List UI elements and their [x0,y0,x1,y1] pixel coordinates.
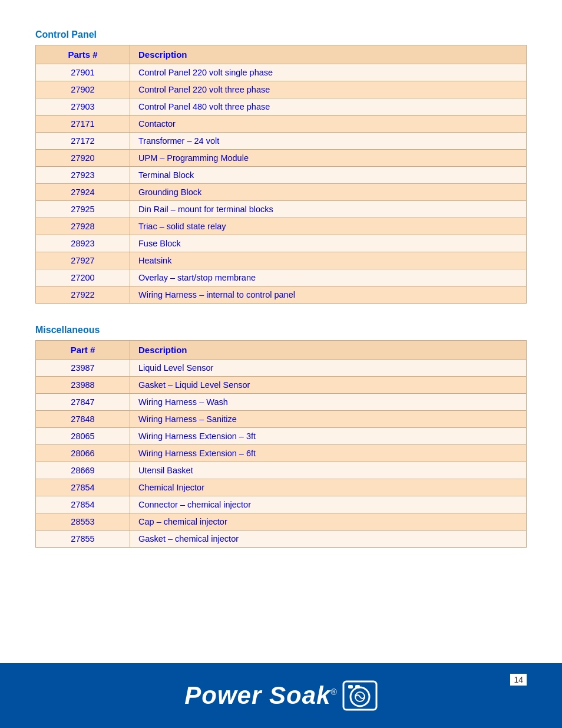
table-row: 27847Wiring Harness – Wash [36,394,527,411]
part-number: 27847 [36,394,130,411]
part-number: 27923 [36,167,130,184]
part-number: 27854 [36,479,130,496]
description: Gasket – Liquid Level Sensor [130,377,527,394]
misc-col-part: Part # [36,341,130,360]
part-number: 23987 [36,360,130,377]
table-row: 23988Gasket – Liquid Level Sensor [36,377,527,394]
description: Triac – solid state relay [130,218,527,235]
table-row: 27925Din Rail – mount for terminal block… [36,201,527,218]
table-row: 27171Contactor [36,116,527,133]
control-panel-table: Parts # Description 27901Control Panel 2… [35,45,527,304]
miscellaneous-section-title: Miscellaneous [35,325,527,335]
description: Heatsink [130,252,527,269]
description: Liquid Level Sensor [130,360,527,377]
description: Control Panel 220 volt three phase [130,81,527,98]
miscellaneous-table: Part # Description 23987Liquid Level Sen… [35,340,527,548]
table-row: 27854Chemical Injector [36,479,527,496]
part-number: 27200 [36,269,130,286]
part-number: 27925 [36,201,130,218]
part-number: 27848 [36,411,130,428]
description: Fuse Block [130,235,527,252]
description: Wiring Harness – internal to control pan… [130,286,527,304]
logo-text: Power Soak® [184,681,337,710]
table-row: 27172Transformer – 24 volt [36,133,527,150]
misc-col-description: Description [130,341,527,360]
part-number: 27922 [36,286,130,304]
table-row: 27923Terminal Block [36,167,527,184]
description: Terminal Block [130,167,527,184]
table-row: 28923Fuse Block [36,235,527,252]
table-row: 27922Wiring Harness – internal to contro… [36,286,527,304]
description: Contactor [130,116,527,133]
description: Chemical Injector [130,479,527,496]
table-row: 28553Cap – chemical injector [36,513,527,531]
logo-icon [342,680,378,711]
description: Cap – chemical injector [130,513,527,531]
description: Overlay – start/stop membrane [130,269,527,286]
main-content: Control Panel Parts # Description 27901C… [0,0,562,663]
part-number: 27172 [36,133,130,150]
table-row: 27848Wiring Harness – Sanitize [36,411,527,428]
description: Transformer – 24 volt [130,133,527,150]
footer-logo: Power Soak® [184,680,377,711]
table-row: 28066Wiring Harness Extension – 6ft [36,445,527,462]
description: Control Panel 480 volt three phase [130,98,527,116]
footer: Power Soak® 14 [0,663,562,728]
control-panel-col-description: Description [130,45,527,64]
control-panel-section-title: Control Panel [35,29,527,40]
description: Utensil Basket [130,462,527,479]
part-number: 27854 [36,496,130,513]
table-row: 27928Triac – solid state relay [36,218,527,235]
description: Connector – chemical injector [130,496,527,513]
part-number: 28669 [36,462,130,479]
table-row: 27924Grounding Block [36,184,527,201]
part-number: 23988 [36,377,130,394]
part-number: 27855 [36,531,130,548]
description: Wiring Harness Extension – 3ft [130,428,527,445]
part-number: 27903 [36,98,130,116]
svg-rect-3 [348,685,353,689]
description: Din Rail – mount for terminal blocks [130,201,527,218]
description: Grounding Block [130,184,527,201]
table-row: 27903Control Panel 480 volt three phase [36,98,527,116]
table-row: 23987Liquid Level Sensor [36,360,527,377]
table-row: 27200Overlay – start/stop membrane [36,269,527,286]
table-row: 27902Control Panel 220 volt three phase [36,81,527,98]
part-number: 28923 [36,235,130,252]
description: Gasket – chemical injector [130,531,527,548]
table-row: 28669Utensil Basket [36,462,527,479]
table-row: 27855Gasket – chemical injector [36,531,527,548]
part-number: 27920 [36,150,130,167]
part-number: 28553 [36,513,130,531]
part-number: 27928 [36,218,130,235]
part-number: 27171 [36,116,130,133]
description: Control Panel 220 volt single phase [130,64,527,81]
part-number: 27924 [36,184,130,201]
table-row: 27927Heatsink [36,252,527,269]
table-row: 27901Control Panel 220 volt single phase [36,64,527,81]
page-number: 14 [510,674,527,686]
svg-rect-4 [355,685,360,689]
description: Wiring Harness Extension – 6ft [130,445,527,462]
part-number: 27902 [36,81,130,98]
part-number: 27901 [36,64,130,81]
table-row: 27920UPM – Programming Module [36,150,527,167]
control-panel-col-part: Parts # [36,45,130,64]
part-number: 28065 [36,428,130,445]
table-row: 27854Connector – chemical injector [36,496,527,513]
part-number: 28066 [36,445,130,462]
description: UPM – Programming Module [130,150,527,167]
part-number: 27927 [36,252,130,269]
description: Wiring Harness – Wash [130,394,527,411]
description: Wiring Harness – Sanitize [130,411,527,428]
table-row: 28065Wiring Harness Extension – 3ft [36,428,527,445]
